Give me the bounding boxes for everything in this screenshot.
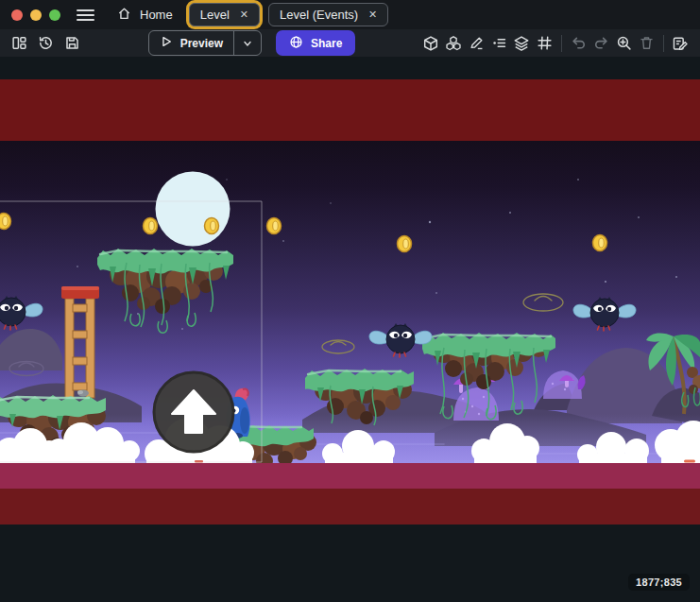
coin[interactable] [0, 214, 11, 230]
zoom-window-button[interactable] [49, 9, 60, 21]
edit-scene-icon[interactable] [670, 32, 691, 54]
zoom-in-icon[interactable] [613, 32, 635, 54]
scene-editor-canvas[interactable]: 1877;835 [0, 57, 700, 602]
preview-button-group: Preview [148, 30, 262, 56]
top-lava-band[interactable] [0, 79, 700, 141]
minimize-window-button[interactable] [30, 9, 42, 21]
divider [561, 35, 562, 52]
play-icon [160, 35, 173, 51]
home-icon [117, 7, 131, 24]
app-window: Home Level ✕ Level (Events) ✕ [0, 0, 700, 602]
share-button-label: Share [311, 37, 342, 50]
game-scene[interactable] [0, 57, 700, 602]
tab-level-label: Level [200, 8, 230, 22]
instances-list-icon[interactable] [488, 32, 510, 54]
tab-home-label: Home [140, 8, 173, 22]
preview-button[interactable]: Preview [149, 35, 233, 51]
hamburger-menu-icon[interactable] [77, 9, 94, 22]
preview-button-label: Preview [180, 37, 223, 50]
share-button[interactable]: Share [276, 30, 355, 56]
history-icon[interactable] [35, 32, 57, 54]
toolbar: Preview Share [0, 29, 700, 57]
pencil-icon[interactable] [466, 32, 487, 54]
editor-tabs: Home Level ✕ Level (Events) ✕ [110, 3, 388, 26]
divider [663, 35, 664, 52]
jump-button-overlay[interactable] [154, 372, 233, 452]
accent [684, 460, 695, 463]
save-icon[interactable] [61, 32, 83, 54]
close-window-button[interactable] [11, 9, 23, 21]
moon[interactable] [156, 172, 230, 247]
lower-band[interactable] [0, 489, 700, 525]
layers-icon[interactable] [511, 32, 533, 54]
close-tab-icon[interactable]: ✕ [240, 9, 248, 20]
tab-level-events[interactable]: Level (Events) ✕ [268, 3, 388, 26]
close-tab-icon[interactable]: ✕ [368, 9, 377, 20]
panels-icon[interactable] [9, 32, 30, 54]
grid-icon[interactable] [534, 32, 555, 54]
undo-icon[interactable] [568, 32, 589, 54]
trash-icon[interactable] [636, 32, 657, 54]
traffic-lights [11, 9, 60, 21]
preview-options-button[interactable] [234, 38, 261, 49]
lava-band[interactable] [0, 463, 700, 489]
globe-icon [289, 35, 303, 52]
coin[interactable] [593, 235, 607, 251]
toolbar-right-group [420, 32, 691, 54]
coin[interactable] [144, 218, 158, 234]
tab-home[interactable]: Home [110, 7, 180, 24]
redo-icon[interactable] [590, 32, 612, 54]
object-groups-icon[interactable] [443, 32, 465, 54]
cursor-coordinates: 1877;835 [628, 574, 690, 591]
object-icon[interactable] [420, 32, 442, 54]
tab-level-events-label: Level (Events) [280, 8, 358, 22]
accent [195, 460, 203, 463]
coin[interactable] [205, 218, 219, 234]
editor-background-bottom [0, 525, 700, 602]
coin[interactable] [398, 236, 412, 252]
coin[interactable] [267, 218, 282, 234]
tab-level[interactable]: Level ✕ [189, 3, 260, 26]
toolbar-left-group [9, 32, 83, 54]
titlebar: Home Level ✕ Level (Events) ✕ [0, 0, 700, 29]
